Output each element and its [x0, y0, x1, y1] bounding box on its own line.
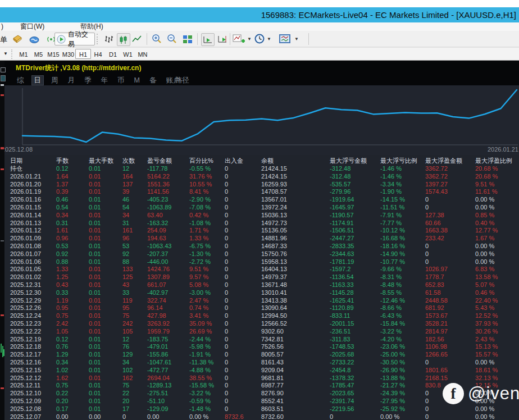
chevron-down-icon[interactable]: ▼ — [3, 51, 8, 56]
cell-pct: -2.90 % — [189, 196, 225, 204]
tab-币[interactable]: 币 — [115, 75, 127, 85]
new-order-icon[interactable] — [11, 33, 24, 45]
timeframe-h4[interactable]: H4 — [90, 49, 106, 59]
x-axis-start-label: 2025.12.08 — [2, 146, 33, 153]
cell-lots: 0.75 — [56, 382, 89, 390]
cell-pct: -6.75 % — [189, 243, 225, 250]
table-row: 2025.12.291.190.01119322.742.47 %013413.… — [0, 297, 519, 305]
cell-count: 34 — [122, 359, 147, 367]
cell-balance: 14687.33 — [261, 243, 330, 250]
cell-max_fp: 652.83 — [425, 281, 475, 289]
toolbar: 单 自动交易 — [0, 31, 519, 47]
table-row: 2026.01.060.880.0188-446.00-2.72 %015958… — [0, 258, 519, 266]
cell-max_dd: -1645.97 — [330, 204, 380, 212]
dropdown-caret[interactable]: ▼ — [294, 36, 299, 42]
cell-balance: 21424.15 — [261, 173, 330, 181]
timeframe-m15[interactable]: M15 — [45, 49, 61, 59]
cell-max_lots: 0.01 — [89, 351, 122, 359]
cell-max_dd: -1781.19 — [330, 258, 380, 266]
cell-count: 12 — [122, 165, 147, 173]
toolbar-grip[interactable] — [97, 34, 99, 44]
clock-icon[interactable] — [254, 33, 266, 45]
cell-count: 17 — [122, 405, 147, 413]
tab-M[interactable]: M — [132, 75, 142, 85]
tab-年[interactable]: 年 — [99, 75, 111, 85]
cell-inout: 0 — [225, 343, 261, 351]
table-row: 2026.01.090.960.0196194.631.33 %014881.9… — [0, 235, 519, 243]
timeframe-d1[interactable]: D1 — [105, 49, 121, 59]
cell-lots: 1.25 — [56, 273, 89, 281]
timeframe-mn[interactable]: MN — [135, 49, 151, 59]
cell-pnl: -51.10 — [147, 398, 189, 405]
cell-pnl: 96.14 — [147, 304, 189, 312]
menu-item-window[interactable]: 窗口(W) — [20, 22, 44, 31]
cell-max_fp_pct: 12.77 % — [475, 227, 519, 235]
cloud-icon[interactable] — [28, 33, 40, 45]
cell-balance: 9681.81 — [261, 375, 330, 382]
cell-date: 2026.01.08 — [10, 243, 56, 250]
dropdown-caret[interactable]: ▼ — [267, 36, 271, 42]
cell-balance: 16404.13 — [261, 266, 330, 273]
cell-pnl: 1141.56 — [147, 188, 189, 196]
cell-max_lots: 0.01 — [89, 204, 122, 212]
background-chart-strip — [0, 61, 4, 420]
zoom-out-icon[interactable] — [166, 33, 178, 45]
tile-windows-icon[interactable] — [181, 33, 194, 45]
timeframe-m5[interactable]: M5 — [31, 49, 47, 59]
cell-max_fp: 0 — [425, 250, 475, 258]
timeframe-w1[interactable]: W1 — [120, 49, 136, 59]
cell-max_dd: -2454.8 — [330, 367, 380, 375]
cell-lots: 1.29 — [56, 351, 89, 359]
table-row: 2026.01.150.540.0154-1063.89-7.08 %01397… — [0, 204, 519, 212]
cell-pnl: 1959.79 — [147, 328, 189, 336]
table-row: 2025.12.232.420.012423263.9235.09 %01256… — [0, 320, 519, 328]
tab-综[interactable]: 综 — [15, 75, 26, 85]
cell-max_dd: -312.48 — [330, 173, 380, 181]
table-row: 2026.01.021.250.011251307.899.57 %014979… — [0, 273, 519, 281]
zoom-in-icon[interactable] — [151, 33, 163, 45]
tab-月[interactable]: 月 — [66, 75, 78, 85]
cell-max_dd_pct: -7.91 % — [380, 212, 425, 220]
timeframe-m1[interactable]: M1 — [16, 49, 31, 59]
table-row: 2025.12.070.000.0000.000.00 %8732.68732.… — [0, 413, 519, 420]
cell-pnl: -155.86 — [147, 351, 189, 359]
cell-pct: 0.42 % — [189, 212, 225, 220]
timeframe-h1[interactable]: H1 — [75, 49, 91, 59]
cell-max_dd: -535.57 — [330, 181, 380, 189]
cell-count: 92 — [122, 250, 147, 258]
equity-chart: 2025.12.08 2026.01.21 — [0, 85, 519, 155]
line-chart-icon[interactable] — [131, 33, 143, 45]
cell-balance: 15136.05 — [261, 227, 330, 235]
autotrade-button[interactable]: 自动交易 — [54, 33, 95, 45]
tab-path[interactable]: 路径 — [175, 75, 189, 85]
toolbar-grip[interactable] — [11, 49, 14, 59]
cell-date: 2025.12.10 — [10, 390, 56, 398]
tab-周[interactable]: 周 — [49, 75, 61, 85]
new-order-button-fragment[interactable]: 单 — [0, 35, 7, 45]
cell-pct: -2.44 % — [189, 336, 225, 344]
cell-inout: 0 — [225, 405, 261, 413]
candlestick-icon[interactable] — [117, 33, 130, 46]
tab-日[interactable]: 日 — [31, 75, 44, 85]
table-row: 2025.12.110.750.0175-1289.13-15.58 %0698… — [0, 382, 519, 390]
chart-shift-icon[interactable] — [216, 33, 229, 45]
tick-mark — [1, 147, 4, 149]
templates-icon[interactable] — [279, 33, 292, 45]
cell-max_fp_pct: 37.93 % — [475, 320, 519, 328]
tab-季[interactable]: 季 — [82, 75, 94, 85]
cell-balance: 8161.43 — [261, 359, 330, 367]
cell-max_dd_pct: -25.92 % — [380, 405, 425, 413]
cell-max_fp: 0 — [425, 258, 475, 266]
table-header: 日期手数最大手数次数盈亏金额百分比%出入金余额最大浮亏金额最大浮亏比例最大浮盈金… — [0, 157, 519, 165]
indicators-icon[interactable] — [233, 33, 245, 45]
cell-max_dd: -2025.68 — [330, 351, 380, 359]
timeframe-m30[interactable]: M30 — [61, 49, 76, 59]
auto-scroll-icon[interactable] — [201, 33, 215, 46]
cell-max_dd: -1506.51 — [330, 227, 380, 235]
cell-inout: 0 — [225, 351, 261, 359]
cell-pct: -5.98 % — [189, 343, 225, 351]
bar-chart-icon[interactable] — [103, 33, 115, 45]
dropdown-caret[interactable]: ▼ — [247, 36, 252, 42]
tab-备[interactable]: 备 — [147, 75, 159, 85]
cell-pct: 5.08 % — [189, 281, 225, 289]
